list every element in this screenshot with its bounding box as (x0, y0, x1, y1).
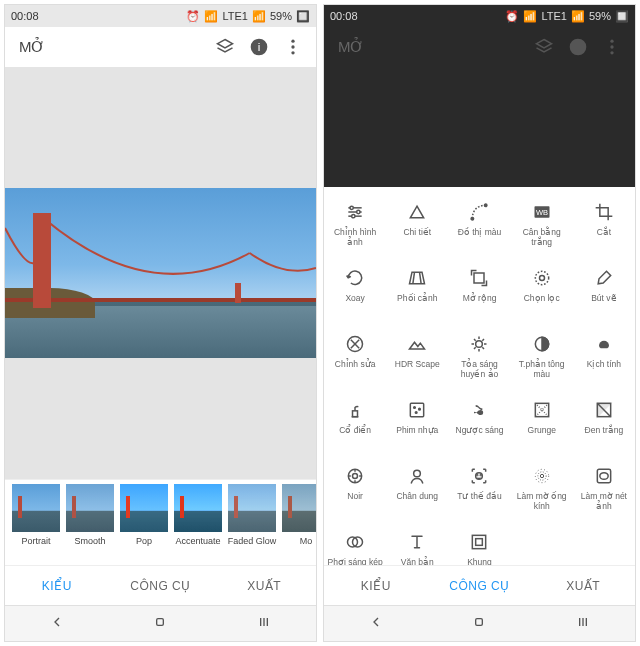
tool-retrolux[interactable]: Ngược sáng (448, 395, 510, 457)
tool-tonal[interactable]: T.phản tông màu (511, 329, 573, 391)
tab-export[interactable]: XUẤT (531, 566, 635, 605)
tool-label: Làm mờ ống kính (513, 492, 571, 512)
tool-selective[interactable]: Chọn lọc (511, 263, 573, 325)
nav-home-icon[interactable] (471, 614, 487, 634)
tab-styles[interactable]: KIỂU (324, 566, 428, 605)
filter-label: Faded Glow (228, 536, 277, 546)
retrolux-icon (468, 399, 490, 421)
filter-item[interactable]: Smooth (65, 484, 115, 546)
svg-text:i: i (258, 40, 261, 53)
tool-label: HDR Scape (395, 360, 440, 370)
triangle-icon (406, 201, 428, 223)
nav-back-icon[interactable] (49, 614, 65, 634)
tool-label: Đen trắng (585, 426, 624, 436)
tab-tools[interactable]: CÔNG CỤ (428, 566, 532, 605)
tool-brush[interactable]: Bút vẽ (573, 263, 635, 325)
more-icon[interactable] (280, 34, 306, 60)
app-header: MỞ (324, 27, 635, 67)
tool-triangle[interactable]: Chi tiết (386, 197, 448, 259)
frame-icon (468, 531, 490, 553)
canvas-area-dimmed[interactable] (324, 67, 635, 187)
svg-point-44 (540, 474, 543, 477)
tab-export[interactable]: XUẤT (212, 566, 316, 605)
android-navbar (324, 605, 635, 641)
tool-hdr[interactable]: HDR Scape (386, 329, 448, 391)
text-icon (406, 531, 428, 553)
svg-point-18 (352, 215, 355, 218)
tool-tune[interactable]: Chỉnh hình ảnh (324, 197, 386, 259)
svg-point-4 (291, 51, 294, 54)
grunge-icon (531, 399, 553, 421)
svg-rect-25 (474, 273, 484, 283)
tool-glow[interactable]: Tỏa sáng huyền ảo (448, 329, 510, 391)
more-icon[interactable] (599, 34, 625, 60)
nav-recents-icon[interactable] (575, 614, 591, 634)
filter-item[interactable]: Pop (119, 484, 169, 546)
tool-grainy[interactable]: Phim nhựa (386, 395, 448, 457)
filter-strip[interactable]: Portrait Smooth Pop Accentuate Faded Glo… (5, 479, 316, 565)
tool-label: Cân bằng trắng (513, 228, 571, 248)
open-button[interactable]: MỞ (19, 38, 204, 56)
tool-headpose[interactable]: Tư thế đầu (448, 461, 510, 523)
tool-text[interactable]: Văn bản (386, 527, 448, 565)
filter-item[interactable]: Portrait (11, 484, 61, 546)
rotate-icon (344, 267, 366, 289)
grainy-icon (406, 399, 428, 421)
svg-point-10 (610, 40, 613, 43)
tool-grunge[interactable]: Grunge (511, 395, 573, 457)
layers-icon[interactable] (212, 34, 238, 60)
tool-bw[interactable]: Đen trắng (573, 395, 635, 457)
tool-perspective[interactable]: Phối cảnh (386, 263, 448, 325)
tool-vignette[interactable]: Làm mờ nét ảnh (573, 461, 635, 523)
info-icon[interactable] (565, 34, 591, 60)
filter-item[interactable]: Mo (281, 484, 316, 546)
tool-label: Bút vẽ (591, 294, 616, 304)
tool-rotate[interactable]: Xoay (324, 263, 386, 325)
phone-left-styles: 00:08 ⏰📶 LTE1 📶 59% 🔲 MỞ i (4, 4, 317, 642)
statusbar: 00:08 ⏰📶 LTE1 📶 59% 🔲 (324, 5, 635, 27)
tool-double[interactable]: Phơi sáng kép (324, 527, 386, 565)
filter-label: Smooth (74, 536, 105, 546)
tool-frame[interactable]: Khung (448, 527, 510, 565)
tool-crop[interactable]: Cắt (573, 197, 635, 259)
statusbar: 00:08 ⏰📶 LTE1 📶 59% 🔲 (5, 5, 316, 27)
nav-home-icon[interactable] (152, 614, 168, 634)
svg-point-46 (535, 469, 548, 482)
double-icon (344, 531, 366, 553)
statusbar-right: ⏰📶 LTE1 📶 59% 🔲 (186, 10, 310, 23)
android-navbar (5, 605, 316, 641)
tool-label: Phim nhựa (396, 426, 438, 436)
nav-recents-icon[interactable] (256, 614, 272, 634)
tool-label: Noir (347, 492, 363, 502)
canvas-area[interactable] (5, 67, 316, 479)
open-button[interactable]: MỞ (338, 38, 523, 56)
nav-back-icon[interactable] (368, 614, 384, 634)
tool-lensblur[interactable]: Làm mờ ống kính (511, 461, 573, 523)
filter-label: Accentuate (175, 536, 220, 546)
tool-label: Tỏa sáng huyền ảo (450, 360, 508, 380)
tool-noir[interactable]: Noir (324, 461, 386, 523)
tool-portrait[interactable]: Chân dung (386, 461, 448, 523)
bottom-tabs: KIỂU CÔNG CỤ XUẤT (5, 565, 316, 605)
filter-item[interactable]: Accentuate (173, 484, 223, 546)
tool-vintage[interactable]: Cổ điển (324, 395, 386, 457)
tool-expand[interactable]: Mở rộng (448, 263, 510, 325)
svg-rect-51 (473, 535, 486, 548)
svg-point-48 (600, 473, 608, 480)
tool-label: T.phản tông màu (513, 360, 571, 380)
tab-tools[interactable]: CÔNG CỤ (109, 566, 213, 605)
tool-curves[interactable]: Đồ thị màu (448, 197, 510, 259)
svg-point-42 (477, 475, 478, 476)
filter-item[interactable]: Faded Glow (227, 484, 277, 546)
tool-wb[interactable]: WBCân bằng trắng (511, 197, 573, 259)
tab-styles[interactable]: KIỂU (5, 566, 109, 605)
tool-drama[interactable]: Kịch tính (573, 329, 635, 391)
photo-preview (5, 188, 316, 358)
info-icon[interactable]: i (246, 34, 272, 60)
svg-point-33 (414, 407, 416, 409)
layers-icon[interactable] (531, 34, 557, 60)
lensblur-icon (531, 465, 553, 487)
statusbar-time: 00:08 (11, 10, 39, 22)
tool-heal[interactable]: Chỉnh sửa (324, 329, 386, 391)
bw-icon (593, 399, 615, 421)
